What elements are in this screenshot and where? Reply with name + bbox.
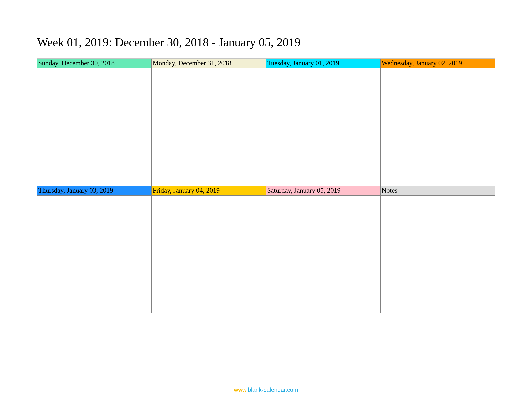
day-body-wednesday[interactable] [380, 68, 495, 186]
day-body-monday[interactable] [152, 68, 266, 186]
day-body-friday[interactable] [152, 196, 266, 313]
day-body-saturday[interactable] [266, 196, 380, 313]
day-header-tuesday: Tuesday, January 01, 2019 [266, 58, 380, 68]
day-header-thursday: Thursday, January 03, 2019 [37, 186, 152, 196]
footer-link[interactable]: www.blank-calendar.com [0, 386, 532, 393]
footer-domain: blank-calendar.com [248, 386, 298, 393]
day-header-wednesday: Wednesday, January 02, 2019 [380, 58, 495, 68]
day-header-notes: Notes [380, 186, 495, 196]
calendar-page: Week 01, 2019: December 30, 2018 - Janua… [0, 0, 532, 313]
day-body-notes[interactable] [380, 196, 495, 313]
day-header-friday: Friday, January 04, 2019 [152, 186, 266, 196]
day-header-monday: Monday, December 31, 2018 [152, 58, 266, 68]
day-header-saturday: Saturday, January 05, 2019 [266, 186, 380, 196]
page-title: Week 01, 2019: December 30, 2018 - Janua… [37, 36, 495, 49]
day-header-sunday: Sunday, December 30, 2018 [37, 58, 152, 68]
weekly-calendar-grid: Sunday, December 30, 2018 Monday, Decemb… [37, 58, 495, 313]
day-body-thursday[interactable] [37, 196, 152, 313]
footer-www: www. [234, 386, 248, 393]
day-body-sunday[interactable] [37, 68, 152, 186]
day-body-tuesday[interactable] [266, 68, 380, 186]
